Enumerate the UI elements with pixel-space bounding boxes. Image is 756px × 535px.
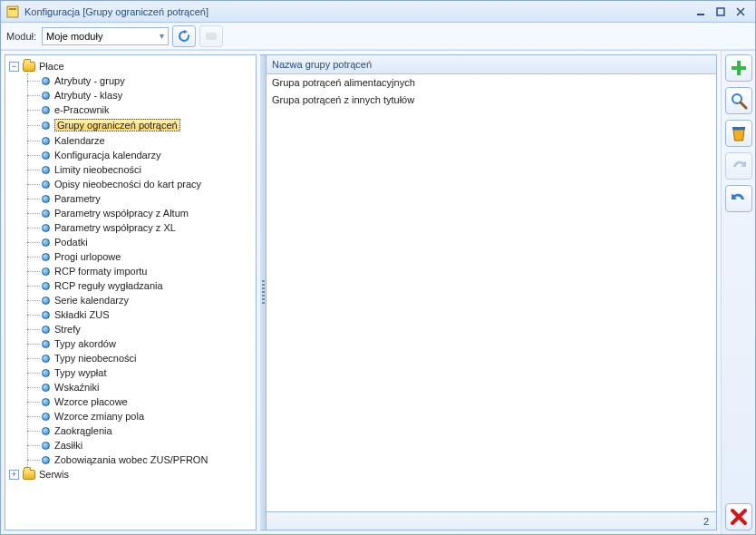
status-bar: 2: [266, 512, 717, 530]
tree-item-label: Atrybuty - grupy: [54, 75, 125, 86]
undo-button[interactable]: [725, 152, 752, 180]
tree-item-label: Typy akordów: [54, 338, 116, 349]
node-icon: [42, 297, 50, 305]
tree-item[interactable]: Konfiguracja kalendarzy: [28, 148, 256, 162]
tree-item[interactable]: e-Pracownik: [28, 102, 256, 117]
node-icon: [42, 195, 50, 203]
tree-root-label: Płace: [39, 61, 64, 72]
tree-item-label: Kalendarze: [54, 135, 105, 146]
tree-item-label: Grupy ograniczeń potrąceń: [54, 119, 180, 131]
tree-item-label: Serie kalendarzy: [54, 295, 129, 306]
tree-item[interactable]: Opisy nieobecności do kart pracy: [28, 177, 256, 191]
tree-item-label: e-Pracownik: [54, 104, 110, 115]
node-icon: [42, 238, 50, 247]
redo-button[interactable]: [725, 185, 752, 212]
svg-rect-8: [732, 66, 746, 70]
tree-item[interactable]: Typy wypłat: [28, 365, 256, 380]
tree-item[interactable]: Strefy: [28, 322, 256, 336]
node-icon: [42, 122, 50, 130]
svg-rect-0: [7, 6, 18, 17]
module-select[interactable]: Moje moduły ▾: [42, 27, 169, 45]
maximize-button[interactable]: [712, 5, 730, 18]
tree-item[interactable]: Zaokrąglenia: [28, 423, 256, 438]
close-window-button[interactable]: [732, 5, 750, 18]
tree-item[interactable]: Zobowiązania wobec ZUS/PFRON: [28, 452, 256, 467]
node-icon: [42, 180, 50, 189]
tree-root[interactable]: +Serwis: [9, 467, 256, 482]
tree-item-label: Podatki: [54, 237, 88, 248]
list-column-header[interactable]: Nazwa grupy potrąceń: [267, 55, 716, 74]
tree-item[interactable]: Atrybuty - klasy: [28, 88, 256, 102]
svg-rect-3: [717, 8, 724, 15]
node-icon: [42, 253, 50, 261]
list-row[interactable]: Grupa potrąceń z innych tytułów: [267, 92, 716, 109]
side-toolbar: [721, 51, 755, 534]
module-label: Moduł:: [6, 31, 36, 42]
minimize-button[interactable]: [692, 5, 710, 18]
tree-item-label: Wskaźniki: [54, 382, 100, 393]
tree-root-label: Serwis: [39, 469, 69, 480]
tree-item-label: Składki ZUS: [54, 309, 110, 320]
node-icon: [42, 151, 50, 160]
folder-icon: [23, 62, 35, 72]
tree-root[interactable]: −Płace: [9, 59, 256, 73]
collapse-icon[interactable]: −: [9, 62, 19, 72]
tree-item[interactable]: Grupy ograniczeń potrąceń: [28, 117, 256, 133]
list-body[interactable]: Grupa potrąceń alimentacyjnychGrupa potr…: [267, 74, 716, 511]
delete-button[interactable]: [725, 120, 752, 147]
tree-item[interactable]: Wzorce zmiany pola: [28, 409, 256, 423]
refresh-button[interactable]: [172, 25, 196, 47]
tree-item[interactable]: Limity nieobecności: [28, 162, 256, 177]
toolbar: Moduł: Moje moduły ▾: [1, 23, 755, 50]
svg-rect-11: [732, 127, 745, 130]
tree-item[interactable]: Wskaźniki: [28, 380, 256, 394]
tree-pane[interactable]: −PłaceAtrybuty - grupyAtrybuty - klasye-…: [5, 54, 257, 530]
node-icon: [42, 384, 50, 392]
tree-item[interactable]: Parametry: [28, 191, 256, 206]
tree-item[interactable]: RCP reguły wygładzania: [28, 278, 256, 293]
node-icon: [42, 137, 50, 145]
tree-item-label: RCP formaty importu: [54, 266, 148, 277]
svg-line-10: [741, 102, 746, 108]
tree-item-label: Parametry: [54, 193, 101, 204]
tree-item[interactable]: Parametry współpracy z Altum: [28, 206, 256, 220]
tree-item-label: Progi urlopowe: [54, 251, 121, 262]
tree-item-label: Typy wypłat: [54, 367, 106, 378]
svg-rect-1: [9, 8, 16, 10]
tree-item[interactable]: Składki ZUS: [28, 307, 256, 322]
node-icon: [42, 427, 50, 435]
tree-item[interactable]: Parametry współpracy z XL: [28, 220, 256, 235]
list-panel: Nazwa grupy potrąceń Grupa potrąceń alim…: [266, 54, 717, 512]
tree-item[interactable]: Typy nieobecności: [28, 351, 256, 365]
module-select-value: Moje moduły: [46, 31, 102, 42]
tree-item[interactable]: Podatki: [28, 235, 256, 249]
tree-item-label: Atrybuty - klasy: [54, 90, 122, 101]
tree-item[interactable]: Serie kalendarzy: [28, 293, 256, 307]
node-icon: [42, 106, 50, 114]
window-title: Konfiguracja [Grupy ograniczeń potrąceń]: [24, 6, 690, 17]
tree-item[interactable]: Wzorce płacowe: [28, 394, 256, 409]
tree-item[interactable]: Progi urlopowe: [28, 249, 256, 264]
node-icon: [42, 311, 50, 319]
toolbar-secondary-button[interactable]: [199, 25, 223, 47]
node-icon: [42, 413, 50, 421]
tree-item-label: Zasiłki: [54, 440, 82, 451]
add-button[interactable]: [725, 54, 752, 82]
tree-item[interactable]: Typy akordów: [28, 336, 256, 351]
tree-item-label: Typy nieobecności: [54, 353, 137, 364]
tree-item-label: Zaokrąglenia: [54, 425, 112, 436]
tree-item[interactable]: RCP formaty importu: [28, 264, 256, 278]
tree-item[interactable]: Zasiłki: [28, 438, 256, 452]
expand-icon[interactable]: +: [9, 470, 19, 480]
close-button[interactable]: [725, 503, 752, 530]
content-area: −PłaceAtrybuty - grupyAtrybuty - klasye-…: [1, 50, 755, 534]
list-row[interactable]: Grupa potrąceń alimentacyjnych: [267, 74, 716, 92]
node-icon: [42, 442, 50, 450]
node-icon: [42, 92, 50, 100]
search-button[interactable]: [725, 87, 752, 114]
tree-item-label: Limity nieobecności: [54, 164, 141, 175]
tree-item-label: RCP reguły wygładzania: [54, 280, 163, 291]
node-icon: [42, 340, 50, 348]
tree-item[interactable]: Atrybuty - grupy: [28, 73, 256, 88]
tree-item[interactable]: Kalendarze: [28, 133, 256, 148]
